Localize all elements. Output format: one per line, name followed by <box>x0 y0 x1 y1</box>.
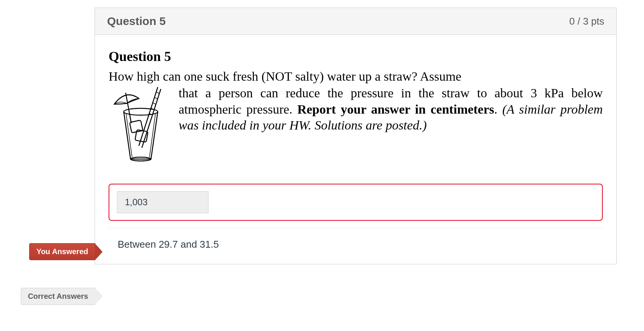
question-text-bold: Report your answer in centimeters <box>297 102 494 116</box>
correct-answers-flag: Correct Answers <box>21 288 95 305</box>
correct-answer-row: Between 29.7 and 31.5 <box>95 228 616 264</box>
svg-line-3 <box>154 97 157 99</box>
question-image-content: Question 5 How high can one suck fresh (… <box>109 48 603 165</box>
you-answered-label: You Answered <box>36 247 88 256</box>
question-points: 0 / 3 pts <box>569 16 605 27</box>
question-text-part-c: . <box>494 102 502 116</box>
question-text-with-image: that a person can reduce the pressure in… <box>109 85 603 165</box>
embedded-question-title: Question 5 <box>109 48 603 64</box>
svg-line-1 <box>142 89 161 148</box>
question-number-title: Question 5 <box>107 15 166 28</box>
question-text-line1: How high can one suck fresh (NOT salty) … <box>109 69 603 84</box>
user-answer-value: 1,003 <box>117 191 208 213</box>
question-body: Question 5 How high can one suck fresh (… <box>95 35 616 174</box>
svg-line-2 <box>156 92 159 94</box>
question-block: You Answered Correct Answers Question 5 … <box>95 8 617 264</box>
user-answer-area: 1,003 <box>109 184 603 221</box>
correct-answers-label: Correct Answers <box>28 292 88 300</box>
you-answered-flag: You Answered <box>29 243 95 260</box>
question-card: Question 5 0 / 3 pts Question 5 How high… <box>95 8 617 264</box>
question-text-body: that a person can reduce the pressure in… <box>179 85 603 134</box>
question-header: Question 5 0 / 3 pts <box>95 8 616 35</box>
quiz-question-page: You Answered Correct Answers Question 5 … <box>0 0 644 331</box>
correct-answer-text: Between 29.7 and 31.5 <box>118 239 219 250</box>
drink-glass-with-straw-icon <box>109 85 171 165</box>
